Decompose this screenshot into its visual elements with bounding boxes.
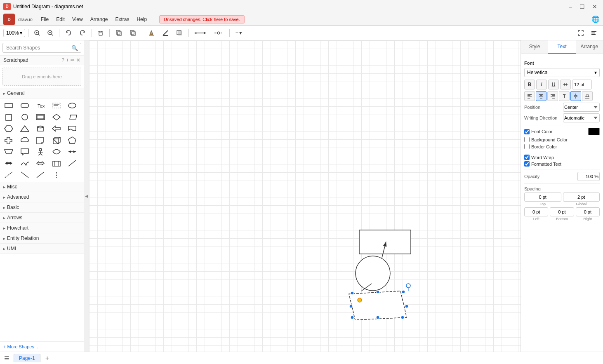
- menu-view[interactable]: View: [69, 15, 86, 24]
- formatted-text-checkbox[interactable]: [524, 161, 530, 167]
- menu-arrange[interactable]: Arrange: [87, 15, 111, 24]
- spacing-global-input[interactable]: [563, 193, 600, 202]
- menu-help[interactable]: Help: [133, 15, 150, 24]
- shape-ellipse[interactable]: [66, 100, 78, 111]
- menu-file[interactable]: File: [38, 15, 52, 24]
- shape-parallelogram[interactable]: [66, 112, 78, 122]
- scratchpad-help-icon[interactable]: ?: [61, 57, 64, 63]
- shape-pentagon[interactable]: [66, 135, 78, 146]
- menu-extras[interactable]: Extras: [112, 15, 132, 24]
- shape-triangle[interactable]: [19, 123, 31, 134]
- category-uml[interactable]: ▸ UML: [0, 244, 84, 254]
- spacing-left-input[interactable]: [524, 207, 548, 216]
- text-top-button[interactable]: T: [559, 91, 570, 101]
- align-left-button[interactable]: [524, 91, 535, 101]
- italic-button[interactable]: I: [536, 80, 547, 89]
- shape-diagonal[interactable]: [19, 169, 31, 180]
- word-wrap-label[interactable]: Word Wrap: [531, 155, 554, 160]
- shape-curve[interactable]: [19, 158, 31, 169]
- shape-vertical-line[interactable]: [50, 169, 63, 180]
- waypoint-button[interactable]: [211, 28, 226, 38]
- shape-process[interactable]: [50, 158, 63, 169]
- shape-textbox[interactable]: [50, 100, 63, 111]
- font-family-dropdown[interactable]: Helvetica ▾: [524, 68, 600, 77]
- border-color-checkbox[interactable]: [524, 144, 530, 149]
- connection-button[interactable]: [192, 28, 209, 38]
- underline-button[interactable]: U: [548, 80, 559, 89]
- to-back-button[interactable]: [127, 28, 139, 38]
- formatted-text-label[interactable]: Formatted Text: [531, 162, 561, 167]
- shape-left-right[interactable]: [34, 158, 47, 169]
- line-color-button[interactable]: [159, 28, 172, 38]
- minimize-button[interactable]: –: [566, 2, 575, 11]
- tab-text[interactable]: Text: [548, 40, 575, 54]
- more-shapes-button[interactable]: + More Shapes...: [0, 341, 84, 352]
- spacing-right-input[interactable]: [576, 207, 600, 216]
- shape-back-diagonal[interactable]: [34, 169, 47, 180]
- page-tab[interactable]: Page-1: [14, 354, 40, 362]
- shadow-button[interactable]: [173, 28, 186, 38]
- globe-icon[interactable]: 🌐: [591, 15, 600, 23]
- shape-double-rect[interactable]: [34, 112, 47, 122]
- zoom-in-button[interactable]: [31, 28, 43, 38]
- add-page-button[interactable]: +: [44, 354, 51, 363]
- bold-button[interactable]: B: [524, 80, 535, 89]
- category-advanced[interactable]: ▸ Advanced: [0, 192, 84, 202]
- shape-callout[interactable]: [19, 146, 31, 157]
- shape-text[interactable]: Text: [34, 100, 47, 111]
- category-arrows[interactable]: ▸ Arrows: [0, 213, 84, 223]
- shape-cylinder[interactable]: [34, 123, 47, 134]
- align-center-button[interactable]: [536, 91, 546, 101]
- tab-style[interactable]: Style: [521, 40, 548, 54]
- writing-dir-select[interactable]: Automatic: [563, 113, 600, 122]
- align-right-button[interactable]: [547, 91, 558, 101]
- shape-more-1[interactable]: [50, 146, 63, 157]
- category-flowchart[interactable]: ▸ Flowchart: [0, 223, 84, 233]
- title-bar-controls[interactable]: – ☐ ✕: [566, 2, 600, 11]
- shape-dashed-line[interactable]: [2, 169, 15, 180]
- shape-bidirectional[interactable]: [2, 158, 15, 169]
- shape-actor[interactable]: [34, 146, 47, 157]
- strikethrough-button[interactable]: [560, 80, 571, 89]
- category-misc[interactable]: ▸ Misc: [0, 182, 84, 192]
- close-button[interactable]: ✕: [590, 2, 600, 11]
- category-entity-relation[interactable]: ▸ Entity Relation: [0, 233, 84, 244]
- fullscreen-button[interactable]: [575, 28, 587, 38]
- bg-color-label[interactable]: Background Color: [531, 137, 600, 142]
- to-front-button[interactable]: [113, 28, 125, 38]
- tab-arrange[interactable]: Arrange: [576, 40, 603, 54]
- bg-color-checkbox[interactable]: [524, 137, 530, 142]
- undo-button[interactable]: [62, 28, 75, 38]
- insert-button[interactable]: +▾: [233, 28, 245, 38]
- position-select[interactable]: Center: [563, 103, 600, 112]
- shape-square[interactable]: [2, 112, 15, 122]
- spacing-top-input[interactable]: [524, 193, 561, 202]
- border-color-label[interactable]: Border Color: [531, 144, 600, 149]
- shape-cloud[interactable]: [19, 135, 31, 146]
- pages-menu-button[interactable]: ☰: [3, 354, 10, 362]
- canvas-area[interactable]: [89, 40, 521, 352]
- maximize-button[interactable]: ☐: [577, 2, 587, 11]
- menu-edit[interactable]: Edit: [53, 15, 68, 24]
- shape-diamond[interactable]: [50, 112, 63, 122]
- shape-arrow-double[interactable]: [66, 146, 78, 157]
- font-color-label[interactable]: Font Color: [531, 129, 587, 134]
- shape-trapezoid[interactable]: [2, 146, 15, 157]
- scratchpad-delete-icon[interactable]: ✕: [76, 57, 80, 63]
- shape-cube[interactable]: [50, 135, 63, 146]
- shape-cross[interactable]: [2, 135, 15, 146]
- shape-line[interactable]: [66, 158, 78, 169]
- spacing-bottom-input[interactable]: [550, 207, 574, 216]
- sidebar-collapse-handle[interactable]: ◀: [84, 40, 89, 352]
- scratchpad-edit-icon[interactable]: ✏: [71, 57, 75, 63]
- shape-circle[interactable]: [19, 112, 31, 122]
- shape-arrow-left[interactable]: [50, 123, 63, 134]
- font-color-checkbox[interactable]: [524, 129, 530, 134]
- search-input[interactable]: [2, 43, 81, 53]
- shape-rounded-rect[interactable]: [19, 100, 31, 111]
- category-basic[interactable]: ▸ Basic: [0, 202, 84, 213]
- scratchpad-add-icon[interactable]: +: [66, 57, 69, 63]
- shape-rectangle[interactable]: [2, 100, 15, 111]
- fill-color-button[interactable]: [145, 28, 158, 38]
- shape-hexagon[interactable]: [2, 123, 15, 134]
